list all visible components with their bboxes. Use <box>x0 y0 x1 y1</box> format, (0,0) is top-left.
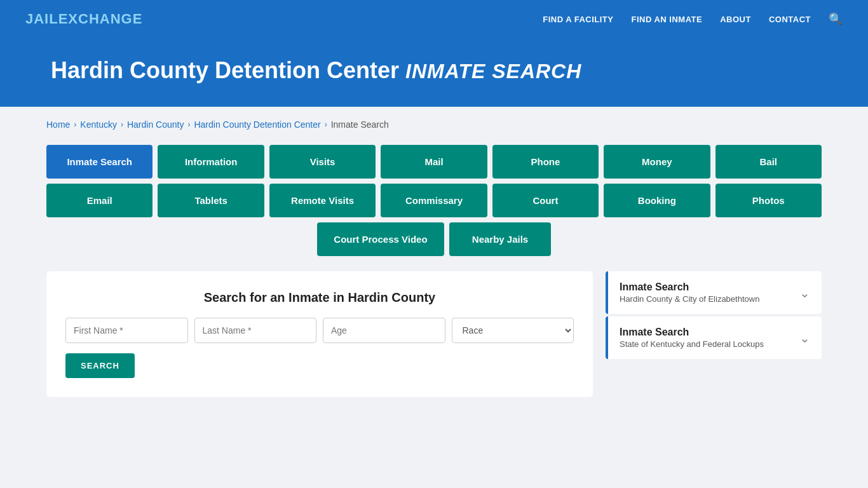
breadcrumb-kentucky[interactable]: Kentucky <box>80 119 117 130</box>
btn-tablets[interactable]: Tablets <box>158 184 264 217</box>
btn-commissary[interactable]: Commissary <box>381 184 487 217</box>
breadcrumb-detention-center[interactable]: Hardin County Detention Center <box>194 119 320 130</box>
inmate-search-box: Search for an Inmate in Hardin County Ra… <box>46 271 593 397</box>
search-icon-button[interactable]: 🔍 <box>829 12 843 26</box>
btn-photos[interactable]: Photos <box>715 184 822 217</box>
nav-contact[interactable]: CONTACT <box>769 15 811 24</box>
search-title: Search for an Inmate in Hardin County <box>65 290 574 305</box>
race-select[interactable]: RaceWhiteBlackHispanicAsianOther <box>452 318 574 343</box>
btn-phone[interactable]: Phone <box>492 145 599 179</box>
logo-part2-highlight: EXCHANGE <box>58 11 143 27</box>
sidebar-title-2: Inmate Search <box>620 327 764 338</box>
category-nav: Inmate Search Information Visits Mail Ph… <box>46 145 822 256</box>
nav-row-2: Email Tablets Remote Visits Commissary C… <box>46 184 822 217</box>
btn-bail[interactable]: Bail <box>715 145 822 179</box>
breadcrumb-sep-2: › <box>121 120 123 129</box>
page-title: Hardin County Detention Center INMATE SE… <box>51 57 817 84</box>
site-header: JAILEXCHANGE FIND A FACILITY FIND AN INM… <box>0 0 868 38</box>
search-fields: RaceWhiteBlackHispanicAsianOther <box>65 318 574 343</box>
main-content: Home › Kentucky › Hardin County › Hardin… <box>21 107 847 410</box>
nav-about[interactable]: ABOUT <box>720 15 751 24</box>
sidebar-item-state-federal[interactable]: Inmate Search State of Kentucky and Fede… <box>606 316 822 359</box>
breadcrumb-sep-3: › <box>187 120 190 129</box>
btn-email[interactable]: Email <box>46 184 153 217</box>
breadcrumb-sep-1: › <box>74 120 76 129</box>
chevron-down-icon-2: ⌄ <box>799 330 810 346</box>
site-logo: JAILEXCHANGE <box>25 11 142 27</box>
nav-find-facility[interactable]: FIND A FACILITY <box>543 15 613 24</box>
breadcrumb: Home › Kentucky › Hardin County › Hardin… <box>46 119 822 130</box>
btn-inmate-search[interactable]: Inmate Search <box>46 145 153 179</box>
btn-court[interactable]: Court <box>492 184 599 217</box>
main-nav: FIND A FACILITY FIND AN INMATE ABOUT CON… <box>543 12 843 26</box>
breadcrumb-current: Inmate Search <box>331 119 389 130</box>
sidebar-sub-2: State of Kentucky and Federal Lockups <box>620 339 764 349</box>
breadcrumb-home[interactable]: Home <box>46 119 70 130</box>
nav-row-3: Court Process Video Nearby Jails <box>46 222 822 256</box>
btn-nearby-jails[interactable]: Nearby Jails <box>449 222 551 256</box>
sidebar: Inmate Search Hardin County & City of El… <box>606 271 822 362</box>
sidebar-item-hardin-county[interactable]: Inmate Search Hardin County & City of El… <box>606 271 822 314</box>
sidebar-title-1: Inmate Search <box>620 281 759 293</box>
breadcrumb-hardin-county[interactable]: Hardin County <box>127 119 184 130</box>
age-input[interactable] <box>323 318 445 343</box>
chevron-down-icon: ⌄ <box>799 285 810 301</box>
btn-information[interactable]: Information <box>158 145 264 179</box>
sidebar-sub-1: Hardin County & City of Elizabethtown <box>620 294 759 304</box>
logo-part1: JAIL <box>25 11 58 27</box>
first-name-input[interactable] <box>65 318 188 343</box>
btn-remote-visits[interactable]: Remote Visits <box>269 184 376 217</box>
last-name-input[interactable] <box>194 318 317 343</box>
breadcrumb-sep-4: › <box>325 120 327 129</box>
search-button[interactable]: SEARCH <box>65 353 135 378</box>
btn-visits[interactable]: Visits <box>269 145 376 179</box>
btn-money[interactable]: Money <box>604 145 710 179</box>
hero-banner: Hardin County Detention Center INMATE SE… <box>0 38 868 107</box>
nav-row-1: Inmate Search Information Visits Mail Ph… <box>46 145 822 179</box>
btn-mail[interactable]: Mail <box>381 145 487 179</box>
btn-booking[interactable]: Booking <box>604 184 710 217</box>
btn-court-process-video[interactable]: Court Process Video <box>317 222 444 256</box>
nav-find-inmate[interactable]: FIND AN INMATE <box>631 15 702 24</box>
content-area: Search for an Inmate in Hardin County Ra… <box>46 271 822 397</box>
